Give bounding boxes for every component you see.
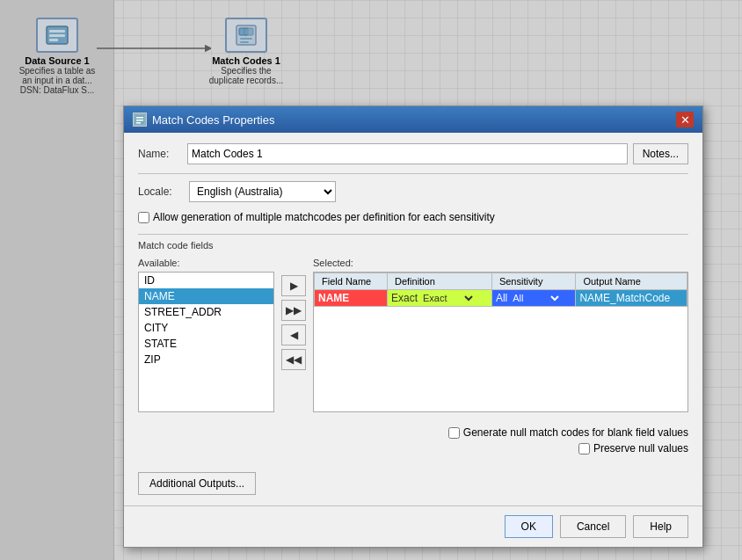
list-item-state[interactable]: STATE <box>139 336 273 352</box>
list-item-id[interactable]: ID <box>139 273 273 288</box>
col-header-sensitivity: Sensitivity <box>491 273 576 290</box>
move-left-button[interactable]: ◀ <box>281 324 306 345</box>
allow-checkbox-row: Allow generation of multiple matchcodes … <box>138 211 688 223</box>
dialog-title-icon <box>133 113 147 127</box>
svg-rect-12 <box>136 120 143 121</box>
name-input[interactable] <box>187 143 628 164</box>
name-row: Name: Notes... <box>138 143 688 164</box>
cell-definition[interactable]: Exact Exact Phonetic Contains <box>387 290 491 307</box>
list-item-zip[interactable]: ZIP <box>139 352 273 367</box>
dialog-body: Name: Notes... Locale: English (Australi… <box>124 133 702 505</box>
selected-section: Selected: Field Name Definition Sensitiv… <box>313 258 688 455</box>
additional-outputs-button[interactable]: Additional Outputs... <box>138 472 256 495</box>
generate-null-label: Generate null match codes for blank fiel… <box>463 426 688 439</box>
help-button[interactable]: Help <box>633 515 688 538</box>
ok-button[interactable]: OK <box>505 515 553 538</box>
dialog-footer: OK Cancel Help <box>124 505 702 547</box>
list-item-street[interactable]: STREET_ADDR <box>139 304 273 320</box>
col-header-field-name: Field Name <box>315 273 388 290</box>
cell-sensitivity[interactable]: All All High Medium Low <box>491 290 576 307</box>
arrow-buttons: ▶ ▶▶ ◀ ◀◀ <box>281 275 306 370</box>
allow-checkbox-label: Allow generation of multiple matchcodes … <box>153 211 495 223</box>
sensitivity-value: All <box>496 292 507 304</box>
separator-1 <box>138 173 688 174</box>
cell-field-name: NAME <box>315 290 388 307</box>
available-section: Available: ID NAME STREET_ADDR CITY STAT… <box>138 258 274 412</box>
move-all-left-button[interactable]: ◀◀ <box>281 349 306 370</box>
additional-outputs-container: Additional Outputs... <box>138 463 688 495</box>
move-all-right-button[interactable]: ▶▶ <box>281 300 306 321</box>
cell-output-name: NAME_MatchCode <box>576 290 687 307</box>
svg-rect-11 <box>136 117 143 119</box>
match-codes-dialog: Match Codes Properties ✕ Name: Notes... … <box>123 105 703 548</box>
available-label: Available: <box>138 258 274 268</box>
dialog-titlebar-left: Match Codes Properties <box>133 113 274 127</box>
table-row[interactable]: NAME Exact Exact Phonetic Contains <box>315 290 687 307</box>
list-item-name[interactable]: NAME <box>139 288 273 304</box>
fields-container: Available: ID NAME STREET_ADDR CITY STAT… <box>138 258 688 455</box>
dialog-title: Match Codes Properties <box>152 113 274 127</box>
locale-label: Locale: <box>138 185 182 198</box>
generate-null-checkbox[interactable] <box>448 427 460 439</box>
selected-table-wrapper: Field Name Definition Sensitivity Output… <box>313 272 688 412</box>
footer-buttons: OK Cancel Help <box>505 515 688 538</box>
definition-select[interactable]: Exact Phonetic Contains <box>419 292 476 304</box>
cancel-button[interactable]: Cancel <box>560 515 626 538</box>
locale-row: Locale: English (Australia) English (Uni… <box>138 181 688 202</box>
preserve-null-checkbox[interactable] <box>578 443 590 455</box>
list-item-city[interactable]: CITY <box>139 320 273 336</box>
sensitivity-select[interactable]: All High Medium Low <box>509 292 562 304</box>
selected-table: Field Name Definition Sensitivity Output… <box>314 273 687 307</box>
preserve-null-label: Preserve null values <box>593 442 688 455</box>
definition-value: Exact <box>391 292 418 304</box>
allow-checkbox[interactable] <box>138 212 149 223</box>
col-header-definition: Definition <box>387 273 491 290</box>
available-list[interactable]: ID NAME STREET_ADDR CITY STATE ZIP <box>138 272 274 412</box>
preserve-null-row: Preserve null values <box>578 442 688 455</box>
move-right-button[interactable]: ▶ <box>281 275 306 296</box>
name-label: Name: <box>138 148 182 160</box>
generate-null-row: Generate null match codes for blank fiel… <box>448 426 688 439</box>
selected-label: Selected: <box>313 258 688 268</box>
locale-select[interactable]: English (Australia) English (United Stat… <box>189 181 336 202</box>
bottom-options: Generate null match codes for blank fiel… <box>313 426 688 455</box>
svg-rect-13 <box>136 122 141 124</box>
dialog-titlebar: Match Codes Properties ✕ <box>124 106 702 133</box>
section-label: Match code fields <box>138 234 688 251</box>
close-button[interactable]: ✕ <box>676 112 694 127</box>
col-header-output-name: Output Name <box>576 273 687 290</box>
notes-button[interactable]: Notes... <box>633 143 688 164</box>
